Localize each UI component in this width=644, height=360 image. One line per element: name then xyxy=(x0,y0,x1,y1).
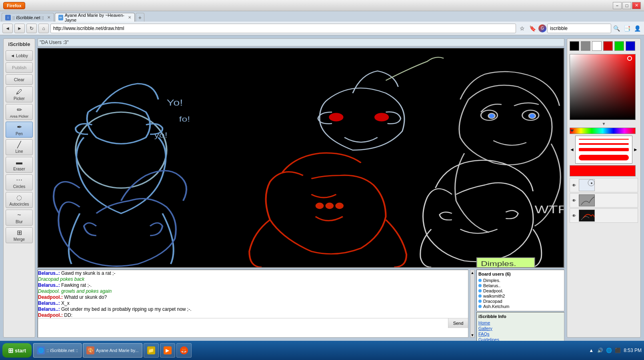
swatch-gray[interactable] xyxy=(581,41,590,51)
home-button[interactable]: ⌂ xyxy=(38,24,49,33)
autocircles-tool[interactable]: ◌ Autocircles xyxy=(6,192,33,208)
restore-button[interactable]: □ xyxy=(622,2,631,9)
swatch-red[interactable] xyxy=(603,41,613,51)
back-button[interactable]: ◄ xyxy=(2,24,13,33)
right-panel: ▼ ◄ ► 👁 👁 xyxy=(567,38,641,338)
hue-slider[interactable] xyxy=(570,128,636,134)
forward-button[interactable]: ► xyxy=(14,24,25,33)
board-user-walksmith2: walksmith2 xyxy=(478,294,562,298)
bookmark-icon[interactable]: 🔖 xyxy=(528,24,537,33)
svg-text:Dimples.: Dimples. xyxy=(481,260,516,267)
lobby-button[interactable]: ◄ Lobby xyxy=(6,50,33,61)
media-app-icon: ▶ xyxy=(164,346,172,354)
brush-larger-button[interactable]: ► xyxy=(633,147,638,152)
start-label: start xyxy=(15,348,26,354)
line-icon: ╱ xyxy=(17,141,21,148)
svg-point-18 xyxy=(591,182,592,184)
brush-preview xyxy=(575,136,632,164)
pen-tool[interactable]: ✒ Pen xyxy=(6,122,33,138)
chat-message: Deadpool. growls and pokes again xyxy=(38,288,468,294)
color-picker[interactable] xyxy=(570,54,636,120)
drawing-svg: Yo! fo! yo! xyxy=(38,49,564,267)
eraser-icon: ▬ xyxy=(16,159,22,166)
refresh-button[interactable]: ↻ xyxy=(26,24,37,33)
brush-line-1 xyxy=(579,139,629,140)
explorer-app-icon: 📁 xyxy=(147,346,155,354)
layer-thumb-3[interactable] xyxy=(579,210,595,222)
picker-down-arrow: ▼ xyxy=(570,122,638,126)
line-tool[interactable]: ╱ Line xyxy=(6,139,33,155)
canvas-bg[interactable]: Yo! fo! yo! xyxy=(38,49,564,267)
tab-iscribble[interactable]: i :: iScribble.net :: ✕ xyxy=(2,13,54,22)
nav-bar: ◄ ► ↻ ⌂ ☆ 🔖 G 🔍 📑 👤 xyxy=(0,22,644,35)
svg-point-8 xyxy=(488,113,495,118)
tab1-close[interactable]: ✕ xyxy=(47,15,50,20)
url-bar[interactable] xyxy=(50,24,516,33)
layer-eye-2[interactable]: 👁 xyxy=(571,197,577,204)
chat-message: Belarus..: Got under my bed ad is probab… xyxy=(38,306,468,312)
tab2-close[interactable]: ✕ xyxy=(128,15,131,20)
tab2-label: Ayane And Marie by ~Heaven-Jayne xyxy=(65,13,125,22)
chat-message: Dracopad pokes back xyxy=(38,276,468,282)
layer-eye-1[interactable]: 👁 xyxy=(571,182,577,188)
picker-tool[interactable]: 🖊 Picker xyxy=(6,86,33,102)
chat-input-row: Send xyxy=(38,318,468,328)
svg-text:WTF: WTF xyxy=(535,203,564,216)
chat-scrollbar[interactable]: ▲ ▼ xyxy=(470,270,475,338)
merge-tool[interactable]: ⊞ Merge xyxy=(6,227,33,243)
tab-favicon-1: i xyxy=(5,15,11,20)
firefox-button[interactable]: Firefox xyxy=(3,2,25,9)
taskbar: ⊞ start 🌐 :: iScribble.net :: 🎨 Ayane An… xyxy=(0,341,644,360)
brush-smaller-button[interactable]: ◄ xyxy=(570,147,574,152)
faqs-link[interactable]: FAQs xyxy=(478,332,562,336)
chat-input[interactable] xyxy=(38,318,448,328)
blur-tool[interactable]: ~ Blur xyxy=(6,210,33,226)
minimize-button[interactable]: − xyxy=(613,2,622,9)
close-button[interactable]: ✕ xyxy=(632,2,641,9)
eraser-tool[interactable]: ▬ Eraser xyxy=(6,157,33,173)
taskbar-app-media[interactable]: ▶ xyxy=(160,343,175,358)
canvas-wrapper[interactable]: Yo! fo! yo! xyxy=(38,48,564,268)
search-input[interactable] xyxy=(547,24,611,33)
swatch-green[interactable] xyxy=(614,41,624,51)
profile-icon[interactable]: 👤 xyxy=(633,24,642,33)
bookmark2-icon[interactable]: 📑 xyxy=(622,24,631,33)
gallery-link[interactable]: Gallery xyxy=(478,326,562,331)
chat-messages[interactable]: Belarus..: Gawd my skunk is a rat ;- Dra… xyxy=(38,270,468,318)
home-link[interactable]: Home xyxy=(478,320,562,325)
search-icon[interactable]: 🔍 xyxy=(612,24,621,33)
layer-panel: 👁 👁 👁 xyxy=(570,178,638,223)
title-bar-controls: − □ ✕ xyxy=(613,2,641,9)
tab-drawing[interactable]: ✏ Ayane And Marie by ~Heaven-Jayne ✕ xyxy=(55,13,135,22)
taskbar-app-drawing[interactable]: 🎨 Ayane And Marie by... xyxy=(83,343,142,358)
taskbar-app-explorer[interactable]: 📁 xyxy=(144,343,159,358)
tab1-label: :: iScribble.net :: xyxy=(12,15,44,20)
clock: 8:53 PM xyxy=(624,348,642,353)
layer-row-3: 👁 xyxy=(570,208,638,223)
circles-tool[interactable]: ⋯ Circles xyxy=(6,174,33,190)
send-button[interactable]: Send xyxy=(448,318,468,328)
clock-time: 8:53 PM xyxy=(624,348,642,353)
layer-thumb-2[interactable] xyxy=(579,194,595,206)
merge-icon: ⊞ xyxy=(17,229,22,236)
svg-point-9 xyxy=(529,113,536,118)
autocircles-icon: ◌ xyxy=(16,194,22,201)
publish-button[interactable]: Publish xyxy=(6,62,33,73)
layer-thumb-1[interactable] xyxy=(579,179,595,191)
clear-button[interactable]: Clear xyxy=(6,74,33,85)
start-button[interactable]: ⊞ start xyxy=(2,343,32,358)
svg-point-10 xyxy=(316,203,323,208)
swatch-blue[interactable] xyxy=(626,41,635,51)
area-picker-tool[interactable]: ✏ Area Picker xyxy=(6,104,33,120)
taskbar-app-iscribble[interactable]: 🌐 :: iScribble.net :: xyxy=(33,343,82,358)
swatch-black[interactable] xyxy=(570,41,579,51)
taskbar-app-firefox[interactable]: 🦊 xyxy=(176,343,192,358)
swatch-white[interactable] xyxy=(592,41,602,51)
svg-point-4 xyxy=(330,113,343,121)
new-tab-button[interactable]: + xyxy=(136,13,144,22)
volume-icon[interactable]: 🔊 xyxy=(596,347,604,354)
star-icon[interactable]: ☆ xyxy=(518,24,526,33)
board-info: Board users (6) Dimples. Belarus.. Deadp… xyxy=(476,270,564,338)
user-status-dot xyxy=(478,305,482,308)
layer-eye-3[interactable]: 👁 xyxy=(571,212,577,219)
